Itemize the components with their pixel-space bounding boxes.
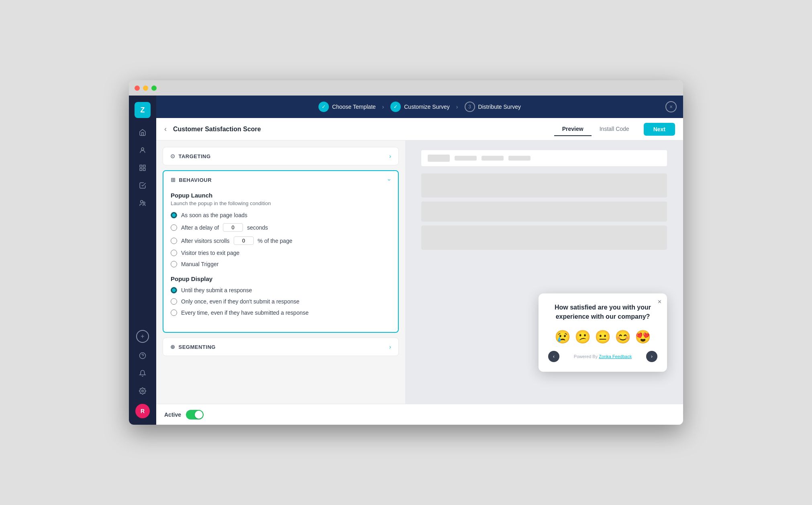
targeting-icon: ⊙ [170, 153, 175, 159]
segmenting-chevron-icon: › [389, 344, 391, 350]
page-header: ‹ Customer Satisfaction Score Preview In… [156, 118, 683, 141]
radio-delay-input[interactable] [171, 224, 177, 231]
step-3-label: Distribute Survey [478, 104, 521, 110]
sidebar-item-notifications[interactable] [135, 365, 151, 381]
radio-delay-label-after: seconds [247, 224, 268, 231]
emoji-4[interactable]: 😊 [615, 329, 631, 344]
segmenting-header[interactable]: ⊛ SEGMENTING › [163, 338, 398, 356]
radio-once-input[interactable] [171, 298, 177, 305]
radio-option-delay: After a delay of 0 seconds [171, 223, 391, 232]
targeting-header[interactable]: ⊙ TARGETING › [163, 147, 398, 165]
radio-option-once: Only once, even if they don't submit a r… [171, 298, 391, 305]
right-panel: × How satisfied are you with your experi… [405, 141, 683, 404]
step-1-label: Choose Template [332, 104, 376, 110]
close-wizard-btn[interactable]: × [665, 101, 677, 112]
wizard-step-2: ✓ Customize Survey [390, 102, 450, 112]
segmenting-header-left: ⊛ SEGMENTING [170, 344, 216, 350]
sidebar-item-contacts[interactable] [135, 142, 151, 158]
mock-block-2 [421, 202, 667, 222]
main-content: ✓ Choose Template › ✓ Customize Survey ›… [156, 96, 683, 425]
zonka-link[interactable]: Zonka Feedback [599, 354, 632, 359]
sidebar-item-home[interactable] [135, 124, 151, 141]
back-btn[interactable]: ‹ [164, 125, 167, 133]
sidebar-item-settings[interactable] [135, 383, 151, 399]
sidebar-item-team[interactable] [135, 195, 151, 211]
sidebar-item-help[interactable] [135, 348, 151, 364]
behaviour-body: Popup Launch Launch the popup in the fol… [163, 189, 398, 332]
radio-until-submit-input[interactable] [171, 287, 177, 293]
segmenting-label: SEGMENTING [179, 344, 216, 350]
emoji-2[interactable]: 😕 [575, 329, 591, 344]
behaviour-icon: ⊞ [171, 177, 176, 183]
behaviour-header[interactable]: ⊞ BEHAVIOUR › [163, 171, 398, 189]
svg-point-0 [141, 148, 144, 150]
popup-footer-text: Powered By Zonka Feedback [574, 354, 632, 359]
sidebar-logo[interactable]: Z [135, 102, 151, 118]
behaviour-label: BEHAVIOUR [179, 177, 212, 183]
mac-window: Z [129, 80, 683, 425]
radio-manual-input[interactable] [171, 261, 177, 267]
tab-preview[interactable]: Preview [554, 122, 592, 136]
svg-rect-4 [140, 169, 142, 171]
sidebar: Z [129, 96, 156, 425]
svg-point-5 [141, 200, 143, 203]
radio-every-time-input[interactable] [171, 310, 177, 316]
popup-prev-btn[interactable]: ‹ [548, 351, 559, 362]
targeting-section: ⊙ TARGETING › [163, 147, 399, 165]
close-window-btn[interactable] [135, 86, 140, 91]
tab-install-code[interactable]: Install Code [592, 122, 637, 136]
radio-scroll-label-before: After visitors scrolls [181, 238, 230, 244]
maximize-window-btn[interactable] [151, 86, 157, 91]
behaviour-section: ⊞ BEHAVIOUR › Popup Launch Launch the po… [163, 170, 399, 333]
tab-group: Preview Install Code [554, 122, 637, 136]
svg-rect-2 [143, 165, 145, 167]
emoji-row: 😢 😕 😐 😊 😍 [548, 329, 657, 344]
popup-display-section: Popup Display Until they submit a respon… [171, 275, 391, 316]
radio-page-loads-input[interactable] [171, 212, 177, 218]
popup-next-btn[interactable]: › [646, 351, 657, 362]
popup-close-btn[interactable]: × [658, 298, 661, 305]
radio-option-every-time: Every time, even if they have submitted … [171, 310, 391, 316]
targeting-label: TARGETING [179, 153, 211, 159]
active-label: Active [164, 411, 181, 418]
svg-point-6 [143, 202, 145, 204]
emoji-3[interactable]: 😐 [595, 329, 611, 344]
radio-delay-label-before: After a delay of [181, 224, 219, 231]
radio-option-page-loads: As soon as the page loads [171, 212, 391, 218]
behaviour-chevron-icon: › [387, 179, 393, 181]
preview-content [405, 141, 683, 259]
body-area: ⊙ TARGETING › ⊞ BEHAVIOUR [156, 141, 683, 404]
radio-exit-input[interactable] [171, 250, 177, 256]
popup-question: How satisfied are you with your experien… [548, 303, 657, 321]
next-btn[interactable]: Next [644, 123, 675, 136]
sidebar-add-btn[interactable]: + [136, 330, 149, 343]
mock-nav [421, 150, 667, 166]
emoji-1[interactable]: 😢 [555, 329, 571, 344]
emoji-5[interactable]: 😍 [635, 329, 651, 344]
radio-scroll-label-after: % of the page [258, 238, 292, 244]
page-title: Customer Satisfaction Score [173, 126, 548, 133]
svg-point-9 [142, 390, 144, 392]
sidebar-item-reports[interactable] [135, 160, 151, 176]
toggle-thumb [195, 411, 203, 419]
popup-launch-desc: Launch the popup in the following condit… [171, 200, 391, 206]
svg-rect-3 [143, 169, 145, 171]
active-bar: Active [156, 404, 683, 425]
scroll-percent-input[interactable]: 0 [234, 236, 254, 245]
mac-titlebar [129, 80, 683, 96]
radio-scroll-input[interactable] [171, 238, 177, 244]
top-nav: ✓ Choose Template › ✓ Customize Survey ›… [156, 96, 683, 118]
behaviour-header-left: ⊞ BEHAVIOUR [171, 177, 212, 183]
active-toggle[interactable] [186, 410, 204, 419]
app-container: Z [129, 96, 683, 425]
mock-nav-3 [508, 156, 530, 161]
sidebar-avatar[interactable]: R [135, 404, 150, 418]
wizard-step-3: 3 Distribute Survey [465, 102, 521, 112]
radio-once-label: Only once, even if they don't submit a r… [181, 298, 300, 305]
delay-seconds-input[interactable]: 0 [223, 223, 243, 232]
minimize-window-btn[interactable] [143, 86, 148, 91]
popup-footer: ‹ Powered By Zonka Feedback › [548, 351, 657, 362]
segmenting-icon: ⊛ [170, 344, 175, 350]
sidebar-item-surveys[interactable] [135, 177, 151, 193]
step-2-icon: ✓ [390, 102, 401, 112]
